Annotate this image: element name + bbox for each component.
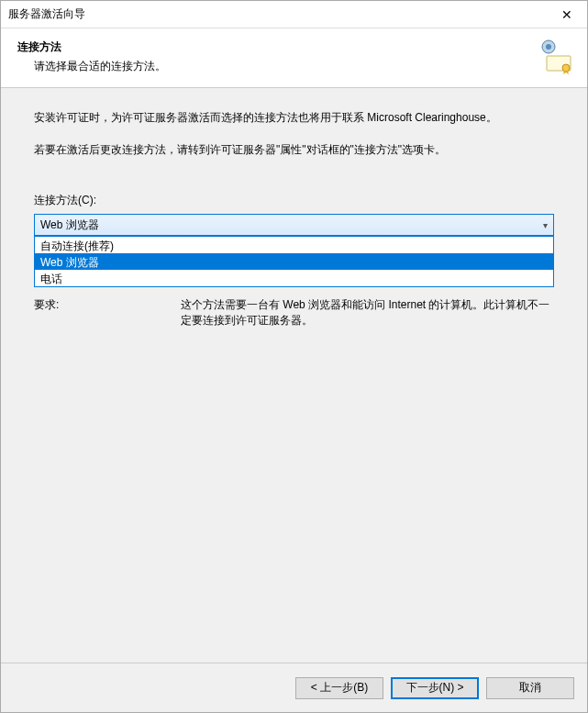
close-icon[interactable]: ✕	[546, 1, 587, 28]
chevron-down-icon: ▾	[543, 220, 548, 230]
connection-method-label: 连接方法(C):	[34, 193, 554, 208]
cancel-button[interactable]: 取消	[486, 677, 574, 699]
combo-option-web[interactable]: Web 浏览器	[35, 253, 553, 270]
page-subtitle: 请选择最合适的连接方法。	[34, 59, 530, 74]
connection-method-dropdown: 自动连接(推荐) Web 浏览器 电话	[34, 236, 554, 287]
wizard-footer: < 上一步(B) 下一步(N) > 取消	[1, 663, 587, 712]
requirements-text: 这个方法需要一台有 Web 浏览器和能访问 Internet 的计算机。此计算机…	[181, 297, 554, 329]
back-button[interactable]: < 上一步(B)	[295, 677, 383, 699]
window-title: 服务器激活向导	[8, 6, 546, 22]
certificate-icon	[538, 38, 574, 74]
intro-text-1: 安装许可证时，为许可证服务器激活而选择的连接方法也将用于联系 Microsoft…	[34, 110, 554, 126]
svg-point-1	[546, 44, 551, 50]
titlebar: 服务器激活向导 ✕	[1, 1, 587, 28]
page-title: 连接方法	[17, 39, 530, 55]
wizard-body: 安装许可证时，为许可证服务器激活而选择的连接方法也将用于联系 Microsoft…	[1, 88, 587, 663]
combo-option-auto[interactable]: 自动连接(推荐)	[35, 237, 553, 253]
wizard-header: 连接方法 请选择最合适的连接方法。	[1, 28, 587, 88]
intro-text-2: 若要在激活后更改连接方法，请转到许可证服务器"属性"对话框的"连接方法"选项卡。	[34, 142, 554, 158]
next-button[interactable]: 下一步(N) >	[391, 677, 479, 699]
combo-selected-value: Web 浏览器	[40, 217, 99, 233]
connection-method-combo[interactable]: Web 浏览器 ▾	[34, 214, 554, 236]
requirements-label: 要求:	[34, 297, 181, 329]
combo-option-phone[interactable]: 电话	[35, 270, 553, 286]
svg-point-3	[562, 64, 570, 72]
